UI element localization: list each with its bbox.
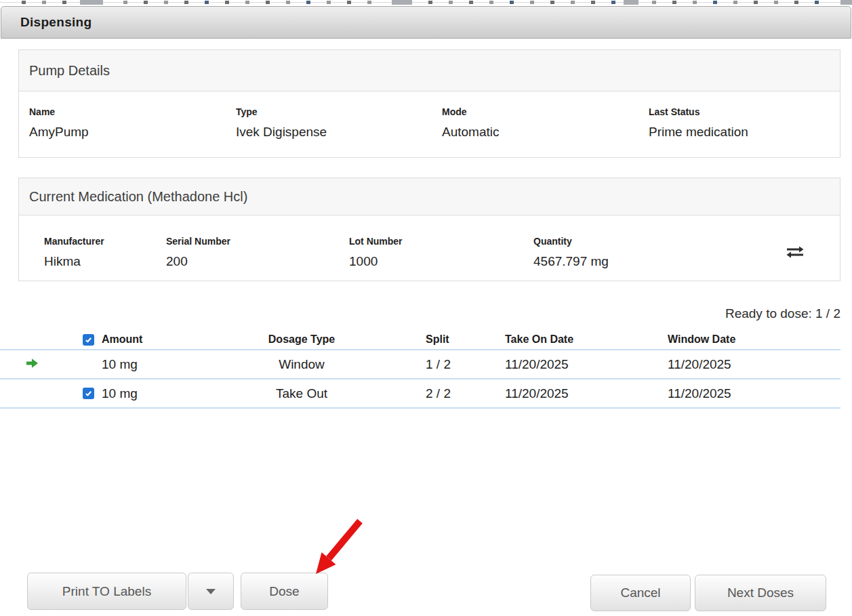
window-date-cell: 11/20/2025 <box>668 386 840 401</box>
print-options-dropdown-button[interactable] <box>188 573 234 610</box>
serial-number-label: Serial Number <box>166 236 349 247</box>
dosage-type-cell: Take Out <box>224 386 380 401</box>
split-header-label: Split <box>380 333 505 346</box>
row-checkbox[interactable] <box>83 388 94 399</box>
pump-mode-value: Automatic <box>442 125 649 140</box>
split-cell: 1 / 2 <box>380 357 505 372</box>
manufacturer-label: Manufacturer <box>44 236 166 247</box>
pump-last-status-field: Last Status Prime medication <box>649 106 840 140</box>
pump-details-fields: Name AmyPump Type Ivek Digispense Mode A… <box>19 91 840 140</box>
pump-last-status-value: Prime medication <box>649 125 840 140</box>
serial-number-value: 200 <box>166 254 349 269</box>
window-date-cell: 11/20/2025 <box>668 357 840 372</box>
current-medication-fields: Manufacturer Hikma Serial Number 200 Lot… <box>19 215 840 269</box>
dosage-type-header-label: Dosage Type <box>224 333 380 346</box>
quantity-field: Quantity 4567.797 mg <box>533 236 609 269</box>
serial-number-field: Serial Number 200 <box>166 236 349 269</box>
dose-table-header: Amount Dosage Type Split Take On Date Wi… <box>0 330 840 350</box>
pump-details-panel: Pump Details Name AmyPump Type Ivek Digi… <box>18 49 840 158</box>
dose-button[interactable]: Dose <box>241 573 328 610</box>
current-medication-panel: Current Medication (Methadone Hcl) Manuf… <box>18 178 840 281</box>
amount-header-label: Amount <box>102 333 142 346</box>
current-medication-header: Current Medication (Methadone Hcl) <box>19 178 840 215</box>
row-indicator-cell <box>0 357 61 372</box>
dialog-title: Dispensing <box>20 15 92 30</box>
print-to-labels-button[interactable]: Print TO Labels <box>27 573 186 610</box>
amount-column-header: Amount <box>61 333 224 346</box>
quantity-value: 4567.797 mg <box>533 254 609 269</box>
caret-down-icon <box>206 589 216 594</box>
split-cell: 2 / 2 <box>380 386 505 401</box>
quantity-label: Quantity <box>533 236 609 247</box>
pump-mode-label: Mode <box>442 106 649 117</box>
amount-value: 10 mg <box>102 357 138 372</box>
take-on-date-cell: 11/20/2025 <box>505 357 668 372</box>
take-on-date-header-label: Take On Date <box>505 333 668 346</box>
swap-medication-button[interactable] <box>786 245 805 261</box>
dialog-titlebar: Dispensing <box>1 6 851 39</box>
background-page-fragments <box>0 0 852 5</box>
pump-type-field: Type Ivek Digispense <box>236 106 442 140</box>
lot-number-label: Lot Number <box>349 236 533 247</box>
pump-mode-field: Mode Automatic <box>442 106 649 140</box>
pump-type-label: Type <box>236 106 442 117</box>
pump-last-status-label: Last Status <box>649 106 840 117</box>
pump-name-label: Name <box>29 106 236 117</box>
dosage-type-cell: Window <box>224 357 380 372</box>
amount-cell: 10 mg <box>61 357 224 372</box>
dose-table: Amount Dosage Type Split Take On Date Wi… <box>0 330 840 409</box>
red-arrow-annotation <box>302 513 369 577</box>
pump-name-value: AmyPump <box>29 125 236 140</box>
swap-arrows-icon <box>786 245 804 261</box>
lot-number-value: 1000 <box>349 254 533 269</box>
next-doses-button[interactable]: Next Doses <box>695 575 826 611</box>
pump-details-header: Pump Details <box>19 50 840 91</box>
dose-row-window[interactable]: 10 mg Window 1 / 2 11/20/2025 11/20/2025 <box>0 350 840 379</box>
pump-type-value: Ivek Digispense <box>236 125 442 140</box>
dose-row-take-out[interactable]: 10 mg Take Out 2 / 2 11/20/2025 11/20/20… <box>0 379 840 409</box>
pump-details-title: Pump Details <box>29 63 110 79</box>
lot-number-field: Lot Number 1000 <box>349 236 533 269</box>
ready-to-dose-status: Ready to dose: 1 / 2 <box>725 306 840 321</box>
amount-cell: 10 mg <box>61 386 224 401</box>
green-arrow-icon <box>25 357 39 372</box>
select-all-checkbox[interactable] <box>83 334 94 346</box>
manufacturer-field: Manufacturer Hikma <box>44 236 166 269</box>
pump-name-field: Name AmyPump <box>29 106 236 140</box>
take-on-date-cell: 11/20/2025 <box>505 386 668 401</box>
window-date-header-label: Window Date <box>668 333 840 346</box>
cancel-button[interactable]: Cancel <box>590 575 691 611</box>
manufacturer-value: Hikma <box>44 254 166 269</box>
current-medication-title: Current Medication (Methadone Hcl) <box>29 189 247 205</box>
amount-value: 10 mg <box>102 386 138 401</box>
